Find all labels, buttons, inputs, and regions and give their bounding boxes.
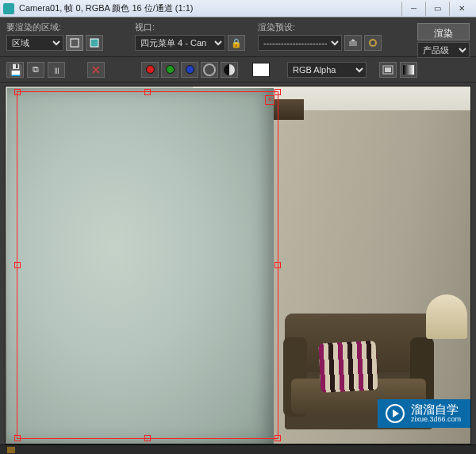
product-select[interactable]: 产品级 [417,42,470,58]
render-button[interactable]: 渲染 [417,23,470,40]
region-group: 要渲染的区域: 区域 [6,21,103,53]
mono-channel-icon[interactable] [221,62,238,78]
compare-icon[interactable]: ⫼ [48,62,65,78]
titlebar: Camera01, 帧 0, RGBA 颜色 16 位/通道 (1:1) ─ ▭… [0,0,476,17]
handle-mid-left[interactable] [14,262,21,268]
green-channel-icon[interactable] [161,62,178,78]
svg-point-3 [370,40,376,46]
display-ops [379,62,417,78]
blue-channel-icon[interactable] [181,62,198,78]
timeline[interactable] [0,444,476,454]
handle-mid-right[interactable] [274,262,281,268]
window-title: Camera01, 帧 0, RGBA 颜色 16 位/通道 (1:1) [19,2,401,14]
handle-bottom-left[interactable] [14,435,21,441]
toggle-ui-icon[interactable] [400,62,417,78]
render-viewport: × 溜溜自学 zixue.3d66.com [5,86,471,444]
file-ops: 💾 ⧉ ⫼ ✕ [6,62,105,78]
viewport-select[interactable]: 四元菜单 4 - Can [135,35,225,51]
watermark-brand: 溜溜自学 [411,403,461,417]
region-close-icon[interactable]: × [265,95,274,105]
viewport-label: 视口: [135,21,245,33]
region-label: 要渲染的区域: [6,21,103,33]
svg-rect-2 [349,41,357,46]
toolbar-primary: 要渲染的区域: 区域 视口: 四元菜单 4 - Can 🔒 渲染预设: ----… [0,17,476,57]
minimize-button[interactable]: ─ [401,2,425,16]
toolbar-secondary: 💾 ⧉ ⫼ ✕ RGB Alpha [0,57,476,83]
alpha-select[interactable]: RGB Alpha [287,62,367,78]
svg-rect-5 [385,67,391,72]
handle-top-right[interactable] [274,89,281,95]
preset-select[interactable]: ----------------------- [258,35,342,51]
red-channel-icon[interactable] [141,62,159,78]
render-region-marquee[interactable]: × [17,91,278,439]
toggle-overlay-icon[interactable] [379,62,397,78]
region-select[interactable]: 区域 [6,35,63,51]
handle-top-left[interactable] [14,89,21,95]
lock-icon[interactable]: 🔒 [228,35,245,51]
clear-icon[interactable]: ✕ [87,62,105,78]
channel-buttons [141,62,238,78]
render-group: 渲染 产品级 [417,21,470,53]
close-button[interactable]: ✕ [449,2,473,16]
clone-icon[interactable]: ⧉ [27,62,44,78]
maximize-button[interactable]: ▭ [425,2,449,16]
app-icon [3,3,14,14]
viewport-group: 视口: 四元菜单 4 - Can 🔒 [135,21,245,53]
region-edit-icon[interactable] [66,35,83,51]
play-icon [386,404,405,423]
handle-mid-top[interactable] [144,89,151,95]
handle-mid-bottom[interactable] [144,435,151,441]
region-auto-icon[interactable] [86,35,103,51]
preset-group: 渲染预设: ----------------------- [258,21,382,53]
window-controls: ─ ▭ ✕ [401,2,473,16]
watermark-sub: zixue.3d66.com [411,416,461,424]
save-icon[interactable]: 💾 [6,62,24,78]
timeline-marker[interactable] [7,447,15,453]
alpha-channel-icon[interactable] [201,62,218,78]
preset-load-icon[interactable] [344,35,362,51]
watermark: 溜溜自学 zixue.3d66.com [378,399,470,428]
svg-rect-0 [71,39,79,47]
handle-bottom-right[interactable] [274,435,281,441]
render-setup-icon[interactable] [364,35,382,51]
preset-label: 渲染预设: [258,21,382,33]
color-swatch[interactable] [252,63,270,77]
svg-rect-1 [90,39,98,47]
